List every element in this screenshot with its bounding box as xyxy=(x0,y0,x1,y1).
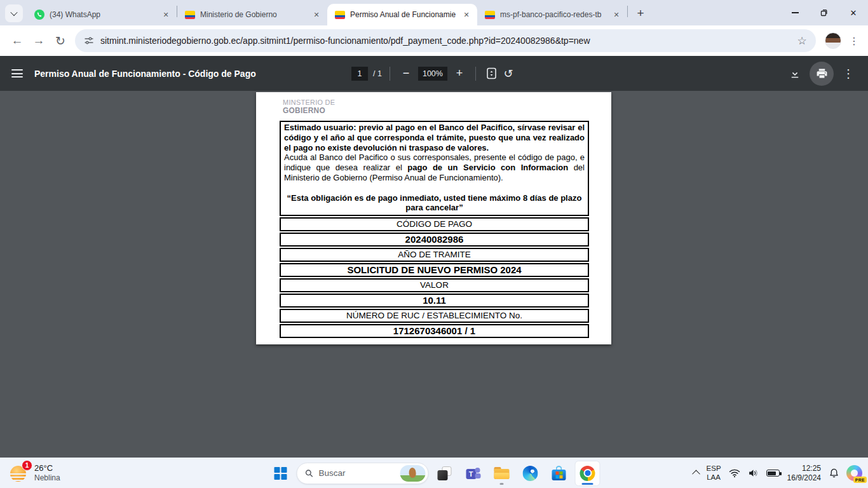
hidden-icons-button[interactable] xyxy=(689,461,703,486)
back-button[interactable]: ← xyxy=(6,30,28,51)
edge-button[interactable] xyxy=(518,461,543,486)
table-row-ruc-value: 1712670346001 / 1 xyxy=(280,324,589,338)
restore-button[interactable] xyxy=(810,0,839,25)
tab-banco-pacifico[interactable]: ms-pf-banco-pacifico-redes-tb ✕ xyxy=(477,4,627,25)
toolbar-divider xyxy=(390,67,390,81)
tab-label: (34) WhatsApp xyxy=(50,10,155,19)
forward-button[interactable]: → xyxy=(28,30,50,51)
microsoft-store-icon xyxy=(552,466,566,480)
teams-button[interactable]: T xyxy=(461,461,486,486)
store-button[interactable] xyxy=(546,461,572,486)
restore-icon xyxy=(820,9,828,17)
tab-permiso-active[interactable]: Permiso Anual de Funcionamie ✕ xyxy=(327,4,477,25)
url-text: sitmint.ministeriodegobierno.gob.ec/app.… xyxy=(100,36,787,46)
search-daily-image[interactable] xyxy=(400,465,426,482)
tab-label: Permiso Anual de Funcionamie xyxy=(350,10,456,19)
reload-button[interactable]: ↻ xyxy=(50,30,71,51)
volume-button[interactable] xyxy=(744,461,763,486)
tab-whatsapp[interactable]: (34) WhatsApp ✕ xyxy=(27,4,177,25)
chevron-up-icon xyxy=(692,470,700,478)
close-icon[interactable]: ✕ xyxy=(461,9,472,20)
system-tray: ESP LAA 12:25 16/9/2024 PRE xyxy=(689,458,865,488)
tab-separator xyxy=(627,6,628,17)
clock-time: 12:25 xyxy=(802,464,821,473)
bookmark-star-icon[interactable]: ☆ xyxy=(793,32,811,50)
condition-label: Neblina xyxy=(34,473,60,483)
page-number-input[interactable]: 1 xyxy=(351,67,368,81)
profile-avatar[interactable] xyxy=(825,32,841,49)
folder-icon xyxy=(494,467,510,479)
table-row-anio-value: SOLICITUD DE NUEVO PERMISO 2024 xyxy=(280,263,589,277)
tab-ministerio[interactable]: Ministerio de Gobierno ✕ xyxy=(177,4,327,25)
edge-icon xyxy=(523,466,538,481)
taskbar-center: Buscar T xyxy=(268,458,600,488)
language-line-1: ESP xyxy=(707,464,721,473)
clock-calendar[interactable]: 12:25 16/9/2024 xyxy=(783,461,825,486)
close-icon[interactable]: ✕ xyxy=(160,9,172,20)
new-tab-button[interactable]: + xyxy=(632,4,649,22)
pdf-page: MINSTERIO DE GOBIERNO Estimado usuario: … xyxy=(256,92,611,344)
pdf-toolbar: Permiso Anual de Funcionamiento - Código… xyxy=(0,56,868,91)
file-explorer-button[interactable] xyxy=(489,461,515,486)
url-omnibox[interactable]: sitmint.ministeriodegobierno.gob.ec/app.… xyxy=(75,29,816,52)
pdf-more-options-icon[interactable]: ⋮ xyxy=(840,65,857,82)
teams-icon: T xyxy=(466,466,480,480)
minimize-button[interactable] xyxy=(780,0,810,25)
pdf-page-controls: 1 / 1 − 100% + ↺ xyxy=(351,56,517,91)
pdf-menu-icon[interactable] xyxy=(11,69,23,78)
battery-button[interactable] xyxy=(763,461,783,486)
language-switcher[interactable]: ESP LAA xyxy=(703,461,725,486)
datetime: 12:25 16/9/2024 xyxy=(787,464,821,483)
pdf-document-title: Permiso Anual de Funcionamiento - Código… xyxy=(34,69,256,79)
table-row-codigo-label: CÓDIGO DE PAGO xyxy=(280,217,589,231)
table-row-valor-label: VALOR xyxy=(280,278,589,292)
start-button[interactable] xyxy=(268,461,294,486)
blank-line xyxy=(284,183,585,193)
address-bar-row: ← → ↻ sitmint.ministeriodegobierno.gob.e… xyxy=(0,25,868,56)
active-indicator xyxy=(582,483,593,485)
table-row-anio-label: AÑO DE TRAMITE xyxy=(280,248,589,262)
weather-widget[interactable]: 1 26°C Neblina xyxy=(4,458,65,488)
table-row-ruc-label: NÚMERO DE RUC / ESTABLECIMIENTO No. xyxy=(280,309,589,323)
temperature-label: 26°C xyxy=(34,463,60,473)
minimize-icon xyxy=(792,12,799,13)
logo-line-2: GOBIERNO xyxy=(283,106,335,115)
close-window-button[interactable]: ✕ xyxy=(839,0,868,25)
rotate-button[interactable]: ↺ xyxy=(500,65,517,82)
pdf-viewer-canvas: MINSTERIO DE GOBIERNO Estimado usuario: … xyxy=(0,91,868,458)
tab-search-button[interactable] xyxy=(5,4,23,22)
zoom-level-input[interactable]: 100% xyxy=(418,67,447,81)
chevron-down-icon xyxy=(10,9,17,16)
browser-menu-icon[interactable]: ⋮ xyxy=(846,35,862,47)
pdf-action-buttons: ⋮ xyxy=(787,62,857,86)
whatsapp-icon xyxy=(34,10,44,20)
bell-icon xyxy=(829,468,839,478)
notice-bold-text: Estimado usuario: previo al pago en el B… xyxy=(284,123,585,152)
zoom-out-button[interactable]: − xyxy=(398,65,414,82)
task-view-button[interactable] xyxy=(432,461,458,486)
page-count-label: / 1 xyxy=(373,69,382,78)
copilot-button[interactable]: PRE xyxy=(846,465,862,481)
document-content: Estimado usuario: previo al pago en el B… xyxy=(280,121,589,338)
download-button[interactable] xyxy=(787,65,803,82)
close-icon[interactable]: ✕ xyxy=(311,9,322,20)
tab-strip: (34) WhatsApp ✕ Ministerio de Gobierno ✕… xyxy=(0,0,868,25)
taskbar-search-box[interactable]: Buscar xyxy=(297,463,429,484)
language-line-2: LAA xyxy=(707,473,721,482)
wifi-button[interactable] xyxy=(725,461,744,486)
tab-label: ms-pf-banco-pacifico-redes-tb xyxy=(500,10,606,19)
close-icon[interactable]: ✕ xyxy=(611,9,622,20)
chrome-button-active[interactable] xyxy=(575,461,600,486)
taskbar: 1 26°C Neblina Buscar T xyxy=(0,458,868,488)
wifi-icon xyxy=(729,468,740,478)
fit-to-page-button[interactable] xyxy=(484,65,500,82)
search-placeholder: Buscar xyxy=(319,468,395,478)
print-button[interactable] xyxy=(810,62,834,86)
body-bold-text: pago de un Servicio con Informacion xyxy=(407,163,568,172)
copilot-pre-badge: PRE xyxy=(853,477,867,483)
site-settings-icon xyxy=(84,36,94,46)
windows-logo-icon xyxy=(275,467,287,480)
zoom-in-button[interactable]: + xyxy=(451,65,468,82)
weather-fog-icon: 1 xyxy=(9,464,28,483)
notifications-button[interactable] xyxy=(825,461,843,486)
